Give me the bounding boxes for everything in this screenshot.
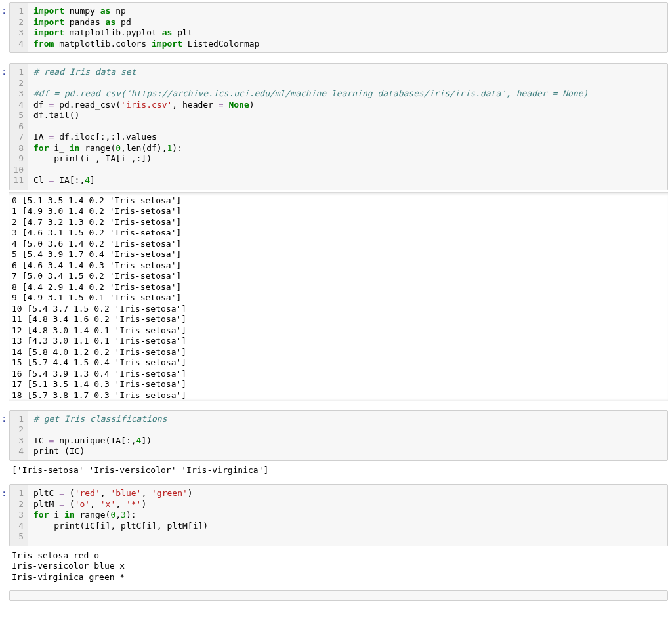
- code-cell-4: : 1 2 3 4 5 pltC = ('red', 'blue', 'gree…: [0, 482, 672, 548]
- line-gutter: 1 2 3 4: [10, 3, 28, 52]
- line-gutter: 1 2 3 4 5 6 7 8 9 10 11: [10, 64, 28, 190]
- code-cell-3: : 1 2 3 4 # get Iris classifications IC …: [0, 408, 672, 462]
- code-text[interactable]: pltC = ('red', 'blue', 'green') pltM = (…: [28, 485, 667, 546]
- code-editor[interactable]: 1 2 3 4 # get Iris classifications IC = …: [9, 410, 668, 461]
- output-area: ['Iris-setosa' 'Iris-versicolor' 'Iris-v…: [0, 462, 672, 476]
- line-gutter: 1 2 3 4 5: [10, 485, 28, 546]
- stdout-output[interactable]: 0 [5.1 3.5 1.4 0.2 'Iris-setosa'] 1 [4.9…: [9, 192, 668, 401]
- stdout-output: Iris-setosa red o Iris-versicolor blue x…: [9, 548, 668, 583]
- line-gutter: 1 2 3 4: [10, 411, 28, 460]
- code-editor[interactable]: 1 2 3 4 import numpy as np import pandas…: [9, 2, 668, 53]
- stdout-output: ['Iris-setosa' 'Iris-versicolor' 'Iris-v…: [9, 462, 668, 476]
- output-area: Iris-setosa red o Iris-versicolor blue x…: [0, 548, 672, 583]
- input-prompt: :: [0, 410, 9, 461]
- code-cell-1: : 1 2 3 4 import numpy as np import pand…: [0, 0, 672, 54]
- code-text[interactable]: # get Iris classifications IC = np.uniqu…: [28, 411, 667, 460]
- code-editor[interactable]: [9, 590, 668, 601]
- input-prompt: :: [0, 2, 9, 53]
- code-editor[interactable]: 1 2 3 4 5 pltC = ('red', 'blue', 'green'…: [9, 484, 668, 546]
- code-text[interactable]: import numpy as np import pandas as pd i…: [28, 3, 667, 52]
- code-cell-empty: [0, 589, 672, 602]
- output-area-scrolled: 0 [5.1 3.5 1.4 0.2 'Iris-setosa'] 1 [4.9…: [0, 192, 672, 401]
- code-text[interactable]: # read Iris data set #df = pd.read_csv('…: [28, 64, 667, 190]
- code-editor[interactable]: 1 2 3 4 5 6 7 8 9 10 11 # read Iris data…: [9, 63, 668, 190]
- input-prompt: :: [0, 63, 9, 190]
- input-prompt: :: [0, 484, 9, 546]
- code-cell-2: : 1 2 3 4 5 6 7 8 9 10 11 # read Iris da…: [0, 61, 672, 192]
- jupyter-notebook: : 1 2 3 4 import numpy as np import pand…: [0, 0, 672, 602]
